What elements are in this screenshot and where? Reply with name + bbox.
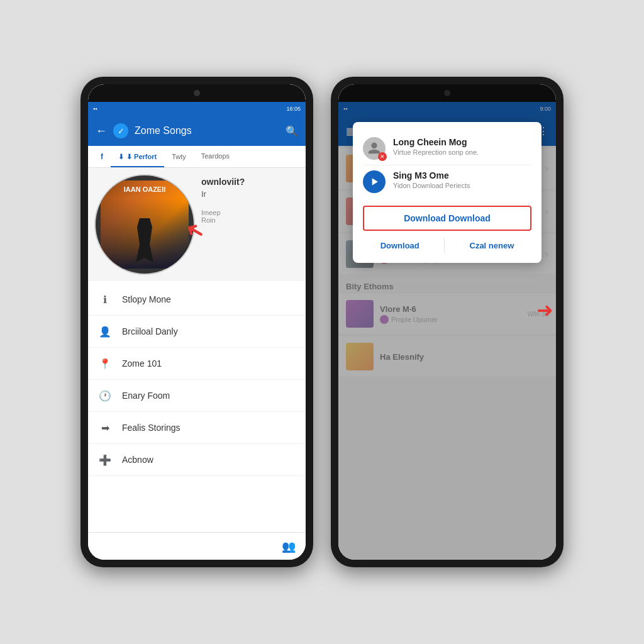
menu-label-fealis: Fealis Storings: [122, 423, 180, 433]
phone-left-inner: ▪▪ 16:05 ← ✓ Zome Songs 🔍 f ⬇ ⬇ Perfort: [88, 84, 306, 560]
download-question: ownloviit?: [201, 177, 245, 187]
cancel-action-btn[interactable]: Czal nenew: [460, 238, 525, 253]
tab-perfort[interactable]: ⬇ ⬇ Perfort: [111, 146, 164, 167]
search-icon-left[interactable]: 🔍: [286, 125, 298, 137]
album-art-text: IAAN OAZEII: [124, 186, 166, 193]
menu-label-zome101: Zome 101: [122, 358, 162, 369]
download-action-btn[interactable]: Download: [370, 238, 430, 253]
action-divider: [444, 238, 445, 253]
user-icon: 👤: [98, 325, 112, 338]
menu-label-acbnow: Acbnow: [122, 455, 153, 465]
status-bar-left: ▪▪ 16:05: [88, 102, 306, 116]
people-icon[interactable]: 👥: [282, 540, 296, 553]
check-icon-left: ✓: [113, 123, 128, 138]
phone-right: ▪▪ 9:00 ▦ Music App ⋮ Damp hene Llody, I…: [331, 77, 564, 567]
plus-circle-icon: ➕: [98, 453, 112, 467]
bottom-nav-left: 👥: [88, 532, 306, 560]
menu-item-fealis[interactable]: ➡ Fealis Storings: [88, 412, 306, 444]
menu-label-brciiloal: Brciiloal Danly: [122, 326, 178, 336]
app-bar-left: ← ✓ Zome Songs 🔍: [88, 116, 306, 146]
album-circle[interactable]: IAAN OAZEII: [94, 174, 195, 275]
clock-icon: 🕐: [98, 389, 112, 402]
dialog-overlay[interactable]: ✕ Long Cheein Mog Virtue Reprection sonp…: [338, 84, 556, 560]
menu-list: ℹ Stlopy Mone 👤 Brciiloal Danly 📍 Zome 1…: [88, 281, 306, 532]
album-section: IAAN OAZEII ownloviit? Ir ImeepRoin ➜: [88, 168, 306, 281]
phone-left: ▪▪ 16:05 ← ✓ Zome Songs 🔍 f ⬇ ⬇ Perfort: [80, 77, 313, 567]
status-left-icon: ▪▪: [93, 106, 97, 112]
album-circle-wrap: IAAN OAZEII: [94, 174, 195, 275]
tabs-bar-left: f ⬇ ⬇ Perfort Twty Teardops: [88, 146, 306, 168]
extra-info: ImeepRoin: [201, 209, 245, 224]
back-button-left[interactable]: ←: [96, 125, 107, 138]
dialog-sub-2: Yidon Download Periects: [393, 182, 531, 189]
menu-item-enary[interactable]: 🕐 Enary Foom: [88, 380, 306, 412]
dialog-avatar-1: ✕: [363, 137, 386, 160]
dialog-title-2: Sing M3 Ome: [393, 170, 531, 180]
download-download-button[interactable]: Download Download: [363, 206, 531, 231]
dialog-text-2: Sing M3 Ome Yidon Download Periects: [393, 170, 531, 189]
tab-f[interactable]: f: [93, 146, 111, 167]
dialog-avatar-2: [363, 170, 386, 193]
tab-teardops[interactable]: Teardops: [194, 146, 237, 167]
status-time-left: 16:05: [286, 106, 301, 112]
dialog-actions: Download Czal nenew: [363, 236, 531, 253]
menu-label-stlopy: Stlopy Mone: [122, 294, 171, 304]
notch-left: [88, 84, 306, 102]
album-extra-label: Ir: [201, 189, 245, 199]
dialog-text-1: Long Cheein Mog Virtue Reprection sonp o…: [393, 137, 531, 156]
album-art: IAAN OAZEII: [101, 180, 189, 269]
camera-left: [194, 90, 200, 96]
menu-label-enary: Enary Foom: [122, 391, 170, 401]
info-icon: ℹ: [98, 292, 112, 306]
phone-right-inner: ▪▪ 9:00 ▦ Music App ⋮ Damp hene Llody, I…: [338, 84, 556, 560]
menu-item-stlopy[interactable]: ℹ Stlopy Mone: [88, 284, 306, 316]
error-badge-1: ✕: [378, 152, 387, 161]
app-title-left: Zome Songs: [135, 125, 279, 136]
album-right-text: ownloviit? Ir ImeepRoin: [201, 174, 245, 224]
menu-item-brciiloal[interactable]: 👤 Brciiloal Danly: [88, 316, 306, 348]
dialog-title-1: Long Cheein Mog: [393, 137, 531, 147]
phones-container: ▪▪ 16:05 ← ✓ Zome Songs 🔍 f ⬇ ⬇ Perfort: [80, 77, 564, 567]
dialog-row-2: Sing M3 Ome Yidon Download Periects: [363, 165, 531, 198]
dialog-row-1: ✕ Long Cheein Mog Virtue Reprection sonp…: [363, 132, 531, 165]
red-arrow-right: ➜: [536, 298, 553, 322]
dialog-box: ✕ Long Cheein Mog Virtue Reprection sonp…: [353, 122, 541, 263]
tab-twty[interactable]: Twty: [164, 146, 194, 167]
location-icon: 📍: [98, 357, 112, 370]
dialog-sub-1: Virtue Reprection sonp one.: [393, 148, 531, 156]
menu-item-zome101[interactable]: 📍 Zome 101: [88, 348, 306, 380]
menu-item-acbnow[interactable]: ➕ Acbnow: [88, 444, 306, 476]
arrow-right-icon: ➡: [98, 421, 112, 435]
